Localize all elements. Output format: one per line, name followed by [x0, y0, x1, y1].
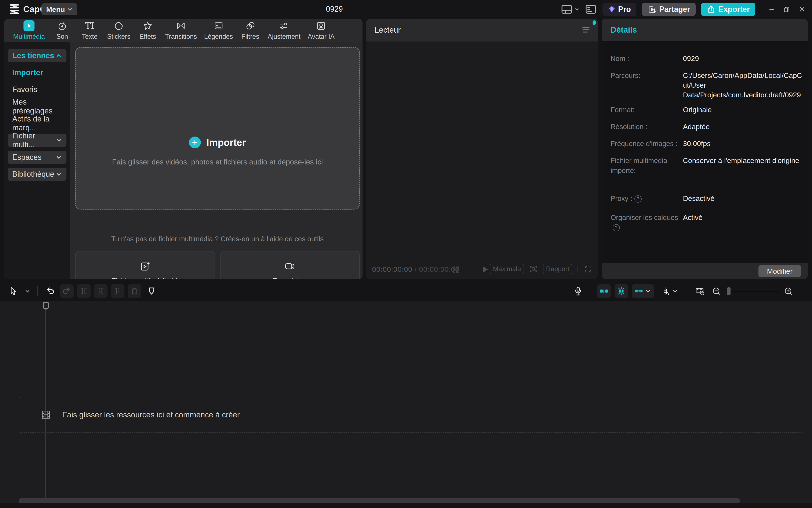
zoom-out-button[interactable] — [711, 284, 722, 298]
ratio-button[interactable]: Rapport — [543, 264, 572, 274]
layout-preset-button[interactable] — [560, 3, 579, 15]
media-sidebar: Les tiennes Importer Favoris Mes prérégl… — [4, 42, 70, 279]
close-icon — [798, 5, 806, 13]
player-menu-button[interactable] — [581, 25, 591, 35]
pro-diamond-icon — [608, 5, 616, 13]
select-tool-button[interactable] — [6, 284, 20, 298]
pro-badge-label: Pro — [618, 5, 631, 14]
detail-value: C:/Users/Caron/AppData/Local/CapCut/User… — [683, 71, 802, 100]
media-play-icon — [24, 20, 35, 31]
chevron-down-icon — [56, 137, 62, 143]
zoom-out-icon — [712, 286, 721, 296]
timeline-zoom-slider[interactable] — [726, 284, 779, 298]
restore-button[interactable] — [782, 4, 792, 14]
pro-badge[interactable]: Pro — [602, 3, 636, 16]
tab-multimedia[interactable]: Multimédia — [13, 20, 45, 40]
hamburger-icon — [581, 25, 591, 35]
menu-button-label: Menu — [46, 5, 65, 13]
export-button[interactable]: Exporter — [701, 3, 755, 16]
sidebar-item-favoris[interactable]: Favoris — [8, 83, 66, 96]
slider-thumb[interactable] — [727, 287, 730, 295]
menu-button[interactable]: Menu — [42, 3, 77, 15]
sticker-icon — [114, 20, 124, 31]
tab-filters[interactable]: Filtres — [240, 20, 261, 40]
tab-effects[interactable]: Effets — [138, 20, 158, 40]
delete-left-button[interactable] — [94, 284, 107, 298]
auto-highlight-toggle[interactable] — [615, 284, 628, 298]
import-dropzone[interactable]: Importer Fais glisser des vidéos, photos… — [75, 47, 360, 210]
ai-media-card[interactable]: Fichier multimédia IA — [75, 251, 215, 279]
sidebar-item-espaces[interactable]: Espaces — [8, 151, 66, 164]
undo-button[interactable] — [43, 284, 57, 298]
player-viewport[interactable] — [366, 42, 598, 260]
panel-lines-icon — [585, 3, 597, 15]
detail-label-text: Proxy : — [611, 195, 632, 202]
playhead[interactable] — [43, 302, 49, 309]
tab-ai-avatar[interactable]: Avatar IA — [308, 20, 334, 40]
help-icon[interactable]: ? — [634, 195, 642, 203]
redo-button[interactable] — [60, 284, 74, 298]
voiceover-button[interactable] — [571, 284, 585, 298]
magnetic-snap-toggle[interactable] — [597, 284, 611, 298]
playhead-handle[interactable] — [43, 302, 49, 309]
timeline-scale-button[interactable] — [693, 284, 707, 298]
detail-value: Conserver à l'emplacement d'origine — [683, 156, 802, 175]
sidebar-item-bibliotheque[interactable]: Bibliothèque — [8, 168, 66, 181]
filmstrip-icon — [41, 410, 51, 420]
frame-preview-button[interactable] — [529, 264, 538, 274]
adjust-panel-button[interactable] — [585, 3, 597, 15]
sidebar-item-media-file[interactable]: Fichier multi... — [8, 134, 66, 147]
close-button[interactable] — [797, 4, 807, 14]
zoom-in-button[interactable] — [782, 284, 794, 298]
mask-button[interactable] — [145, 284, 158, 298]
record-card-label: Enregistrer — [272, 277, 308, 280]
camera-icon — [284, 261, 296, 272]
split-button[interactable] — [77, 284, 91, 298]
tab-label: Stickers — [107, 33, 130, 40]
tab-captions[interactable]: Légendes — [204, 20, 233, 40]
help-icon[interactable]: ? — [613, 224, 620, 231]
detail-value: 0929 — [683, 54, 802, 64]
fit-button[interactable]: Maximale — [490, 264, 524, 274]
tab-text[interactable]: TI Texte — [80, 20, 100, 40]
sidebar-item-brand-assets[interactable]: Actifs de la marq... — [8, 117, 66, 130]
transitions-icon — [176, 20, 186, 31]
sidebar-item-importer[interactable]: Importer — [8, 66, 66, 79]
play-button[interactable] — [479, 264, 490, 275]
cursor-axis-icon — [661, 286, 671, 296]
topbar: CapCut Menu 0929 Pro Partager Exporter — [0, 0, 812, 18]
sidebar-item-presets[interactable]: Mes préréglages — [8, 100, 66, 113]
delete-button[interactable] — [128, 284, 141, 298]
tab-label: Texte — [82, 33, 98, 40]
preview-axis-button[interactable] — [658, 284, 681, 298]
sidebar-item-label: Espaces — [12, 153, 42, 162]
tab-adjust[interactable]: Ajustement — [268, 20, 301, 40]
tab-label: Filtres — [241, 33, 259, 40]
ai-media-card-label: Fichier multimédia IA — [111, 277, 179, 280]
record-card[interactable]: Enregistrer — [220, 251, 360, 279]
layout-icon — [560, 3, 573, 15]
delete-right-button[interactable] — [111, 284, 125, 298]
tab-audio[interactable]: Son — [52, 20, 73, 40]
tab-stickers[interactable]: Stickers — [107, 20, 130, 40]
fullscreen-icon — [583, 264, 593, 274]
sidebar-item-les-tiennes[interactable]: Les tiennes — [8, 49, 66, 62]
timeline-area[interactable]: Fais glisser les ressources ici et comme… — [0, 301, 812, 508]
horizontal-scrollbar[interactable] — [18, 498, 740, 504]
select-tool-expander[interactable] — [23, 284, 32, 298]
edit-button[interactable]: Modifier — [759, 265, 801, 277]
detail-value: 30.00fps — [683, 139, 802, 149]
timeline-dropzone[interactable]: Fais glisser les ressources ici et comme… — [18, 397, 804, 433]
tab-transitions[interactable]: Transitions — [165, 20, 197, 40]
frame-grid-icon[interactable] — [451, 265, 461, 275]
media-panel: Multimédia Son TI Texte Stickers Effets … — [4, 18, 362, 279]
details-separator — [611, 184, 799, 184]
link-toggle[interactable] — [632, 284, 654, 298]
detail-label: Nom : — [611, 54, 683, 64]
fullscreen-button[interactable] — [583, 264, 593, 274]
share-button[interactable]: Partager — [642, 3, 695, 16]
details-body: Nom : 0929 Parcours: C:/Users/Caron/AppD… — [602, 42, 808, 260]
minimize-button[interactable] — [767, 4, 776, 14]
detail-label: Organiser les calques? — [611, 213, 683, 232]
export-button-label: Exporter — [718, 5, 750, 14]
